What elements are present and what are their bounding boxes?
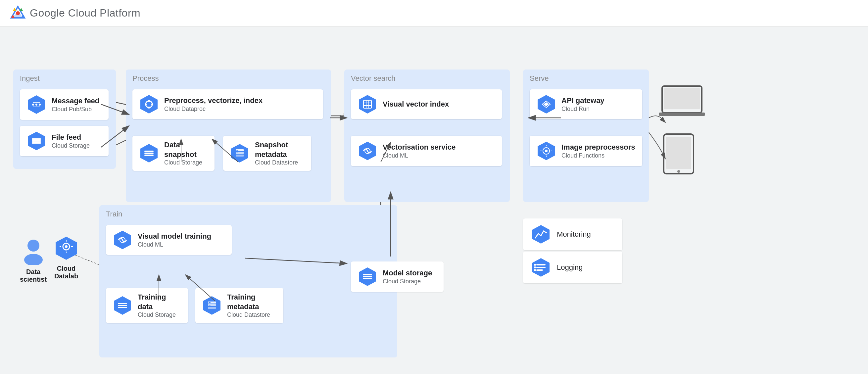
svg-point-95 xyxy=(677,170,680,173)
header-title: Google Cloud Platform xyxy=(30,7,141,19)
standalone-cloud-datalab: CloudDatalab xyxy=(53,235,80,280)
svg-point-2 xyxy=(16,11,20,15)
svg-rect-29 xyxy=(32,140,41,142)
data-snapshot-text: Data snapshot Cloud Storage xyxy=(164,140,209,166)
training-data-sub: Cloud Storage xyxy=(138,311,182,318)
card-model-storage: Model storage Cloud Storage xyxy=(351,261,443,292)
file-feed-icon xyxy=(26,130,47,152)
svg-point-101 xyxy=(534,264,536,266)
section-vector-search: Vector search Visual vector index xyxy=(344,69,510,202)
svg-point-60 xyxy=(545,150,548,152)
svg-point-82 xyxy=(24,254,43,265)
svg-rect-74 xyxy=(208,307,216,309)
svg-point-23 xyxy=(35,103,37,105)
card-training-metadata: Training metadata Cloud Datastore xyxy=(195,288,283,323)
svg-point-85 xyxy=(65,245,67,248)
api-gateway-sub: Cloud Run xyxy=(561,105,604,113)
card-monitoring: Monitoring xyxy=(523,218,622,250)
snapshot-metadata-text: Snapshot metadata Cloud Datastore xyxy=(255,140,305,166)
preprocess-sub: Cloud Dataproc xyxy=(164,105,262,113)
svg-point-81 xyxy=(28,240,39,252)
preprocess-text: Preprocess, vectorize, index Cloud Datap… xyxy=(164,96,262,113)
svg-rect-98 xyxy=(536,264,546,266)
section-process: Process Preprocess, vectorize, index Clo… xyxy=(126,69,331,202)
svg-rect-91 xyxy=(664,88,700,109)
api-gateway-title: API gateway xyxy=(561,96,604,105)
svg-point-35 xyxy=(145,103,147,105)
visual-model-training-title: Visual model training xyxy=(138,232,211,241)
vectorisation-service-sub: Cloud ML xyxy=(383,152,456,159)
standalone-data-scientist: Datascientist xyxy=(20,238,47,283)
card-data-snapshot: Data snapshot Cloud Storage xyxy=(132,136,215,171)
visual-vector-index-text: Visual vector index xyxy=(383,100,449,109)
model-storage-title: Model storage xyxy=(383,269,432,278)
visual-model-training-text: Visual model training Cloud ML xyxy=(138,232,211,248)
gcp-logo-icon xyxy=(10,5,26,21)
preprocess-title: Preprocess, vectorize, index xyxy=(164,96,262,105)
image-preprocessors-sub: Cloud Functions xyxy=(561,152,635,159)
laptop-icon xyxy=(659,83,705,119)
svg-rect-39 xyxy=(144,153,154,154)
cloud-datalab-label: CloudDatalab xyxy=(54,265,78,280)
visual-vector-index-icon xyxy=(357,94,378,115)
svg-rect-28 xyxy=(32,138,41,140)
file-feed-sub: Cloud Storage xyxy=(52,142,90,149)
device-tablet xyxy=(662,132,695,177)
vectorisation-service-icon xyxy=(357,140,378,161)
svg-point-102 xyxy=(534,267,536,269)
card-training-data: Training data Cloud Storage xyxy=(106,288,188,323)
svg-rect-45 xyxy=(236,150,238,151)
section-serve-label: Serve xyxy=(530,74,549,83)
logging-label: Logging xyxy=(557,263,583,272)
image-preprocessors-text: Image preprocessors Cloud Functions xyxy=(561,143,635,159)
svg-rect-75 xyxy=(209,302,211,303)
visual-vector-index-title: Visual vector index xyxy=(383,100,449,109)
main-canvas: Ingest Message feed Cloud Pub/Sub xyxy=(0,27,868,374)
monitoring-label: Monitoring xyxy=(557,230,591,239)
svg-point-103 xyxy=(534,269,536,271)
svg-rect-44 xyxy=(236,155,244,157)
data-scientist-label: Datascientist xyxy=(20,268,47,283)
monitoring-icon xyxy=(530,224,552,245)
message-feed-icon xyxy=(26,94,47,115)
api-gateway-icon xyxy=(536,94,557,115)
svg-rect-30 xyxy=(32,142,41,144)
card-preprocess: Preprocess, vectorize, index Cloud Datap… xyxy=(132,89,323,119)
data-snapshot-title: Data snapshot xyxy=(164,140,209,159)
visual-model-training-sub: Cloud ML xyxy=(138,241,211,248)
svg-point-33 xyxy=(148,100,150,102)
section-ingest: Ingest Message feed Cloud Pub/Sub xyxy=(13,69,116,169)
message-feed-title: Message feed xyxy=(52,96,99,106)
image-preprocessors-title: Image preprocessors xyxy=(561,143,635,152)
svg-rect-78 xyxy=(363,274,372,275)
svg-point-22 xyxy=(32,103,34,105)
file-feed-title: File feed xyxy=(52,133,90,142)
svg-rect-79 xyxy=(363,276,372,277)
training-data-icon xyxy=(112,295,133,316)
svg-rect-100 xyxy=(536,270,543,271)
card-visual-vector-index: Visual vector index xyxy=(351,89,502,119)
card-vectorisation-service: Vectorisation service Cloud ML xyxy=(351,136,502,166)
svg-rect-76 xyxy=(209,305,211,306)
svg-marker-31 xyxy=(141,95,158,114)
gcp-logo: Google Cloud Platform xyxy=(10,5,141,21)
preprocess-icon xyxy=(138,94,160,115)
section-train-label: Train xyxy=(106,210,122,218)
snapshot-metadata-sub: Cloud Datastore xyxy=(255,159,305,166)
training-metadata-sub: Cloud Datastore xyxy=(227,311,277,318)
card-visual-model-training: Visual model training Cloud ML xyxy=(106,225,232,255)
snapshot-metadata-icon xyxy=(229,143,250,164)
data-scientist-icon xyxy=(22,238,45,265)
card-snapshot-metadata: Snapshot metadata Cloud Datastore xyxy=(223,136,311,171)
svg-rect-92 xyxy=(659,113,705,116)
section-vector-search-label: Vector search xyxy=(351,74,396,83)
header: Google Cloud Platform xyxy=(0,0,868,27)
training-data-text: Training data Cloud Storage xyxy=(138,292,182,318)
svg-rect-70 xyxy=(118,307,127,308)
model-storage-text: Model storage Cloud Storage xyxy=(383,269,432,285)
training-metadata-text: Training metadata Cloud Datastore xyxy=(227,292,277,318)
snapshot-metadata-title: Snapshot metadata xyxy=(255,140,305,159)
vectorisation-service-title: Vectorisation service xyxy=(383,143,456,152)
training-metadata-title: Training metadata xyxy=(227,292,277,311)
tablet-icon xyxy=(662,132,695,176)
